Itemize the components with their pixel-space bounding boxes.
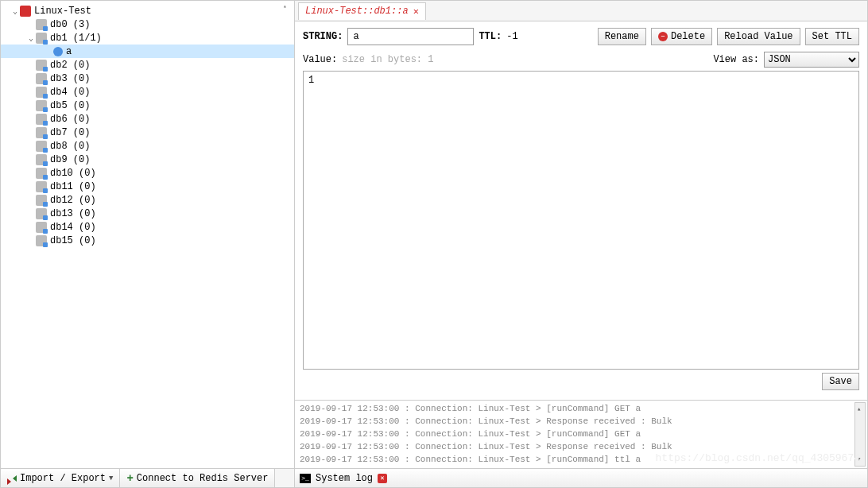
set-ttl-button[interactable]: Set TTL <box>805 28 859 45</box>
database-icon <box>36 127 47 138</box>
tree-db-item[interactable]: db14 (0) <box>1 220 294 234</box>
db-label: db8 (0) <box>50 141 90 152</box>
log-line: 2019-09-17 12:53:00 : Connection: Linux-… <box>300 453 862 466</box>
content: Linux-Test::db1::a ✕ STRING: TTL: -1 Ren… <box>295 1 867 487</box>
db-label: db4 (0) <box>50 87 90 98</box>
server-label: Linux-Test <box>34 6 91 17</box>
terminal-icon: >_ <box>300 474 311 483</box>
tree-db-item[interactable]: db12 (0) <box>1 193 294 207</box>
db-label: db14 (0) <box>50 222 96 233</box>
database-icon <box>36 33 47 44</box>
delete-icon: – <box>658 32 668 41</box>
database-icon <box>36 114 47 125</box>
scroll-up-icon[interactable]: ▴ <box>283 2 293 10</box>
import-export-button[interactable]: Import / Export ▼ <box>1 469 120 487</box>
log-line: 2019-09-17 12:53:00 : Connection: Linux-… <box>300 415 862 428</box>
key-label: a <box>66 46 72 57</box>
view-as-label: View as: <box>713 54 759 65</box>
tab-bar: Linux-Test::db1::a ✕ <box>295 1 867 21</box>
value-editor[interactable]: 1 <box>303 71 859 370</box>
editor-panel: STRING: TTL: -1 Rename – Delete Reload V… <box>295 21 867 400</box>
view-as-select[interactable]: JSON <box>764 52 859 68</box>
tree: ▴ ⌄ Linux-Test db0 (3)⌄db1 (1/1)adb2 (0)… <box>1 1 294 468</box>
close-icon[interactable]: ✕ <box>378 474 387 483</box>
tree-db-item[interactable]: db5 (0) <box>1 99 294 112</box>
tree-db-item[interactable]: db9 (0) <box>1 153 294 166</box>
db-label: db12 (0) <box>50 195 96 206</box>
tree-db-item[interactable]: db10 (0) <box>1 166 294 180</box>
value-label: Value: <box>303 54 337 65</box>
tree-db-item[interactable]: db8 (0) <box>1 139 294 153</box>
tree-db-item[interactable]: ⌄db1 (1/1) <box>1 31 294 45</box>
database-icon <box>36 19 47 30</box>
db-label: db11 (0) <box>50 181 96 192</box>
tab-title: Linux-Test::db1::a <box>305 6 409 17</box>
key-icon <box>53 47 63 56</box>
tree-db-item[interactable]: db13 (0) <box>1 207 294 220</box>
db-label: db0 (3) <box>50 19 90 30</box>
tree-db-item[interactable]: db11 (0) <box>1 180 294 193</box>
tree-db-item[interactable]: db15 (0) <box>1 234 294 247</box>
sidebar-footer: Import / Export ▼ + Connect to Redis Ser… <box>1 468 294 487</box>
db-label: db13 (0) <box>50 208 96 219</box>
chevron-down-icon[interactable]: ⌄ <box>10 6 20 16</box>
size-hint: size in bytes: 1 <box>342 54 433 65</box>
ttl-value: -1 <box>506 31 517 42</box>
log-line: 2019-09-17 12:53:00 : Connection: Linux-… <box>300 428 862 440</box>
tree-db-item[interactable]: db7 (0) <box>1 126 294 139</box>
db-label: db9 (0) <box>50 154 90 165</box>
tree-db-item[interactable]: db2 (0) <box>1 58 294 72</box>
dropdown-icon: ▼ <box>109 474 113 482</box>
bottom-bar: >_ System log ✕ <box>295 468 867 487</box>
reload-button[interactable]: Reload Value <box>717 28 800 45</box>
connect-button[interactable]: + Connect to Redis Server <box>120 469 275 487</box>
system-log-label[interactable]: System log <box>316 473 373 484</box>
connect-label: Connect to Redis Server <box>137 473 269 484</box>
tree-key-item[interactable]: a <box>1 45 294 58</box>
database-icon <box>36 141 47 152</box>
database-icon <box>36 60 47 71</box>
value-row: Value: size in bytes: 1 View as: JSON <box>303 52 859 68</box>
tree-server-item[interactable]: ⌄ Linux-Test <box>1 4 294 17</box>
log-panel: 2019-09-17 12:53:00 : Connection: Linux-… <box>295 400 867 468</box>
log-line: 2019-09-17 12:53:00 : Connection: Linux-… <box>300 440 862 453</box>
log-line: 2019-09-17 12:53:00 : Connection: Linux-… <box>300 466 862 468</box>
import-export-label: Import / Export <box>20 473 106 484</box>
tree-db-item[interactable]: db0 (3) <box>1 17 294 31</box>
save-button[interactable]: Save <box>822 373 859 390</box>
database-icon <box>36 195 47 206</box>
tab-key[interactable]: Linux-Test::db1::a ✕ <box>298 2 426 20</box>
db-label: db2 (0) <box>50 60 90 71</box>
database-icon <box>36 235 47 246</box>
tree-db-item[interactable]: db4 (0) <box>1 85 294 99</box>
database-icon <box>36 222 47 233</box>
key-row: STRING: TTL: -1 Rename – Delete Reload V… <box>303 28 859 45</box>
db-label: db15 (0) <box>50 235 96 246</box>
type-label: STRING: <box>303 31 343 42</box>
database-icon <box>36 208 47 219</box>
database-icon <box>36 100 47 111</box>
chevron-icon[interactable]: ⌄ <box>26 33 36 43</box>
log-line: 2019-09-17 12:53:00 : Connection: Linux-… <box>300 402 862 415</box>
database-icon <box>36 168 47 179</box>
database-icon <box>36 154 47 165</box>
import-export-icon <box>7 474 17 483</box>
db-label: db10 (0) <box>50 168 96 179</box>
db-label: db3 (0) <box>50 73 90 84</box>
tree-db-item[interactable]: db3 (0) <box>1 72 294 85</box>
delete-button[interactable]: – Delete <box>651 28 712 45</box>
tree-db-item[interactable]: db6 (0) <box>1 112 294 126</box>
key-input[interactable] <box>347 28 474 45</box>
database-icon <box>36 87 47 98</box>
db-label: db5 (0) <box>50 100 90 111</box>
rename-button[interactable]: Rename <box>598 28 646 45</box>
db-label: db7 (0) <box>50 127 90 138</box>
close-icon[interactable]: ✕ <box>413 6 419 17</box>
db-label: db6 (0) <box>50 114 90 125</box>
ttl-label: TTL: <box>479 31 502 42</box>
database-icon <box>36 181 47 192</box>
database-icon <box>36 73 47 84</box>
db-label: db1 (1/1) <box>50 33 102 44</box>
scrollbar[interactable] <box>854 402 866 467</box>
sidebar: ▴ ⌄ Linux-Test db0 (3)⌄db1 (1/1)adb2 (0)… <box>1 1 295 487</box>
